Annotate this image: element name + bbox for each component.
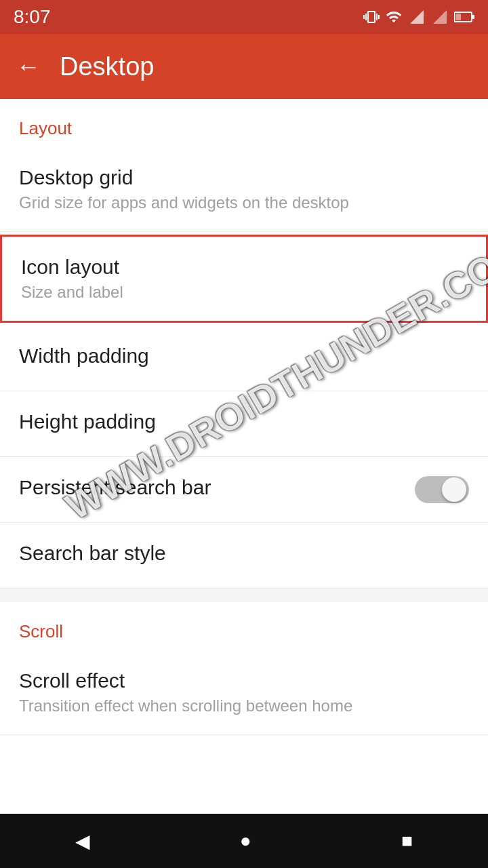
setting-search-bar-style[interactable]: Search bar style (0, 523, 488, 589)
persistent-search-bar-title: Persistent search bar (19, 476, 211, 499)
app-bar: ← Desktop (0, 34, 488, 99)
content-area: WWW.DROIDTHUNDER.COM Layout Desktop grid… (0, 99, 488, 789)
layout-label: Layout (19, 118, 72, 138)
scroll-effect-title: Scroll effect (19, 669, 469, 692)
persistent-search-bar-toggle[interactable] (415, 476, 469, 503)
status-bar: 8:07 (0, 0, 488, 34)
toggle-knob (442, 477, 466, 502)
setting-width-padding[interactable]: Width padding (0, 326, 488, 391)
nav-bar: ◀ ● ■ (0, 814, 488, 868)
icon-layout-subtitle: Size and label (21, 283, 467, 302)
svg-rect-5 (472, 15, 474, 19)
setting-icon-layout[interactable]: Icon layout Size and label (0, 235, 488, 323)
section-divider (0, 589, 488, 602)
battery-icon (454, 9, 474, 25)
scroll-effect-subtitle: Transition effect when scrolling between… (19, 696, 469, 715)
status-time: 8:07 (14, 6, 51, 28)
setting-desktop-grid[interactable]: Desktop grid Grid size for apps and widg… (0, 147, 488, 232)
svg-rect-6 (455, 14, 461, 20)
nav-home-button[interactable]: ● (240, 830, 251, 852)
nav-recent-button[interactable]: ■ (401, 830, 413, 852)
vibrate-icon (363, 9, 380, 25)
setting-height-padding[interactable]: Height padding (0, 391, 488, 457)
scroll-section-header: Scroll (0, 602, 488, 650)
page-title: Desktop (60, 52, 154, 81)
width-padding-title: Width padding (19, 344, 469, 368)
layout-section-header: Layout (0, 99, 488, 147)
wifi-icon (385, 9, 403, 25)
nav-back-button[interactable]: ◀ (75, 830, 90, 852)
desktop-grid-title: Desktop grid (19, 166, 469, 189)
icon-layout-title: Icon layout (21, 256, 467, 279)
signal1-icon (408, 9, 426, 25)
desktop-grid-subtitle: Grid size for apps and widgets on the de… (19, 193, 469, 212)
status-icons (363, 9, 474, 25)
setting-persistent-search-bar[interactable]: Persistent search bar (0, 457, 488, 523)
signal2-icon (431, 9, 449, 25)
search-bar-style-title: Search bar style (19, 542, 469, 565)
back-button[interactable]: ← (16, 52, 41, 81)
scroll-label: Scroll (19, 621, 63, 642)
height-padding-title: Height padding (19, 410, 469, 433)
setting-scroll-effect[interactable]: Scroll effect Transition effect when scr… (0, 650, 488, 735)
